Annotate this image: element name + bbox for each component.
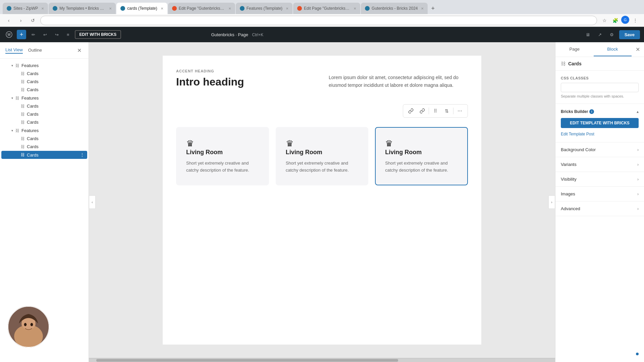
sidebar-close-icon[interactable]: ✕	[75, 46, 83, 54]
reload-button[interactable]: ↺	[28, 16, 38, 25]
toolbar-more-btn[interactable]: ⋯	[455, 106, 465, 116]
address-bar[interactable]: talented-tallahassee-wn.zipwp.dev/wp-adm…	[40, 16, 597, 25]
visibility-header[interactable]: Visibility ›	[555, 172, 644, 186]
sidebar-item-cards-2[interactable]: ⛓ Cards	[1, 78, 87, 85]
tab-block[interactable]: Block	[594, 43, 632, 56]
visibility-label: Visibility	[561, 177, 577, 182]
sidebar-item-cards-8[interactable]: ⛓ Cards	[1, 143, 87, 150]
browser-tab-3[interactable]: cards (Template) ✕	[116, 3, 167, 14]
browser-tab-4[interactable]: Edit Page "Gutenbricks" • Bric... ✕	[168, 3, 235, 14]
forward-button[interactable]: ›	[16, 16, 25, 25]
sidebar-item-cards-5[interactable]: ⛓ Cards	[1, 110, 87, 118]
add-block-button[interactable]: +	[17, 30, 26, 39]
tab-close-7[interactable]: ✕	[421, 7, 424, 10]
list-view-tab[interactable]: List View	[5, 47, 23, 54]
browser-tab-7[interactable]: Gutenbricks - Bricks 2024 ✕	[361, 3, 428, 14]
browser-tab-2[interactable]: My Templates • Bricks 2024 — ... ✕	[49, 3, 116, 14]
tab-close-1[interactable]: ✕	[41, 7, 44, 10]
toolbar-separator-1	[429, 108, 429, 114]
canvas-scroll: ACCENT HEADING Intro heading Lorem ipsum…	[89, 42, 555, 358]
images-accordion: Images ›	[555, 187, 644, 201]
variants-header[interactable]: Variants ›	[555, 157, 644, 172]
background-color-label: Background Color	[561, 147, 596, 152]
edit-template-with-bricks-button[interactable]: EDIT TEMPLATE WITH BRICKS	[561, 118, 639, 128]
sidebar-item-cards-6[interactable]: ⛓ Cards	[1, 118, 87, 126]
toolbar-grid-btn[interactable]: ⠿	[430, 106, 440, 116]
canvas-scroll-right-btn[interactable]: ›	[548, 195, 555, 209]
link-icon-cards-7: ⛓	[21, 136, 25, 141]
tab-close-2[interactable]: ✕	[109, 7, 112, 10]
redo-button[interactable]: ↪	[52, 31, 61, 39]
back-button[interactable]: ‹	[4, 16, 13, 25]
tree-group-3: ▾ ⛓ Features ⛓ Cards ⛓ Cards ⛓ Ca	[0, 127, 89, 159]
canvas-scrollbar-thumb[interactable]	[96, 359, 398, 362]
list-view-button[interactable]: ≡	[64, 31, 72, 39]
background-color-chevron-icon: ›	[637, 147, 639, 152]
card-crown-icon-2	[286, 138, 359, 149]
canvas-scrollbar[interactable]	[89, 358, 555, 362]
sidebar-item-cards-3[interactable]: ⛓ Cards	[1, 86, 87, 94]
sidebar-toggle-button[interactable]: ⚙	[607, 31, 616, 39]
toolbar-arrows-btn[interactable]: ⇅	[442, 106, 452, 116]
external-link-button[interactable]: ↗	[595, 31, 604, 39]
edit-pencil-button[interactable]: ✏	[29, 31, 38, 39]
toolbar-link-btn-2[interactable]	[417, 106, 427, 116]
block-link-icon: ⛓	[561, 61, 566, 66]
visibility-accordion: Visibility ›	[555, 172, 644, 187]
tab-close-6[interactable]: ✕	[354, 7, 356, 10]
card-desc-2: Short yet extremely creative and catchy …	[286, 160, 359, 174]
sidebar-item-cards-4[interactable]: ⛓ Cards	[1, 102, 87, 110]
star-button[interactable]: ☆	[600, 16, 609, 25]
card-3[interactable]: Living Room Short yet extremely creative…	[375, 127, 468, 185]
card-2[interactable]: Living Room Short yet extremely creative…	[276, 127, 369, 185]
browser-actions: ☆ 🧩 G ⋮	[600, 16, 640, 25]
sidebar-item-cards-7[interactable]: ⛓ Cards	[1, 135, 87, 142]
header-section: ACCENT HEADING Intro heading Lorem ipsum…	[176, 69, 468, 94]
bricks-builder-section: Bricks Builder i ▴ EDIT TEMPLATE WITH BR…	[555, 104, 644, 142]
cards-grid: Living Room Short yet extremely creative…	[176, 127, 468, 185]
toolbar-link-btn-1[interactable]	[406, 106, 416, 116]
wordpress-icon: W	[6, 31, 12, 38]
css-classes-input[interactable]	[561, 83, 639, 92]
outline-tab[interactable]: Outline	[28, 48, 42, 53]
profile-button[interactable]: G	[621, 16, 629, 24]
block-label: Cards	[568, 61, 582, 66]
extensions-button[interactable]: 🧩	[610, 16, 620, 25]
canvas-scroll-left-btn[interactable]: ‹	[89, 195, 96, 209]
command-shortcut: Ctrl+K	[252, 33, 264, 37]
tab-close-3[interactable]: ✕	[161, 7, 163, 10]
wp-logo[interactable]: W	[4, 29, 14, 40]
link-icon-cards-4: ⛓	[21, 104, 25, 109]
edit-template-post-link[interactable]: Edit Template Post	[561, 132, 594, 136]
card-1[interactable]: Living Room Short yet extremely creative…	[176, 127, 269, 185]
browser-tab-5[interactable]: Features (Template) ✕	[236, 3, 292, 14]
browser-tab-6[interactable]: Edit Page "Gutenbricks" • Bric... ✕	[293, 3, 360, 14]
sidebar-header: List View Outline ✕	[0, 42, 89, 59]
more-options-icon[interactable]: ⋮	[80, 152, 85, 158]
tab-label-2: My Templates • Bricks 2024 — ...	[59, 6, 106, 11]
new-tab-button[interactable]: +	[428, 5, 437, 12]
intro-heading: Intro heading	[176, 76, 315, 88]
desktop-view-button[interactable]: 🖥	[583, 31, 593, 39]
sidebar-item-cards-active[interactable]: ⛓ Cards ⋮	[1, 151, 87, 159]
tab-close-4[interactable]: ✕	[228, 7, 231, 10]
tab-close-5[interactable]: ✕	[286, 7, 288, 10]
link-icon-cards-6: ⛓	[21, 120, 25, 125]
browser-tab-1[interactable]: Sites - ZipWP ✕	[3, 3, 48, 14]
bricks-builder-chevron-icon[interactable]: ▴	[637, 109, 639, 114]
menu-button[interactable]: ⋮	[631, 16, 640, 25]
sidebar-item-features-2[interactable]: ▾ ⛓ Features	[1, 94, 87, 102]
sidebar-item-features-3[interactable]: ▾ ⛓ Features	[1, 127, 87, 134]
sidebar-item-cards-1[interactable]: ⛓ Cards	[1, 70, 87, 77]
images-header[interactable]: Images ›	[555, 187, 644, 201]
canvas-content: ACCENT HEADING Intro heading Lorem ipsum…	[163, 56, 481, 345]
tab-page[interactable]: Page	[555, 43, 594, 56]
right-sidebar-close-icon[interactable]: ✕	[632, 42, 644, 57]
page-title-text: Gutenbricks · Page	[211, 32, 248, 37]
undo-button[interactable]: ↩	[41, 31, 50, 39]
edit-with-bricks-button[interactable]: EDIT WITH BRICKS	[75, 30, 121, 39]
save-button[interactable]: Save	[619, 30, 640, 39]
advanced-header[interactable]: Advanced ›	[555, 201, 644, 216]
sidebar-item-features-1[interactable]: ▾ ⛓ Features	[1, 62, 87, 69]
background-color-header[interactable]: Background Color ›	[555, 142, 644, 157]
